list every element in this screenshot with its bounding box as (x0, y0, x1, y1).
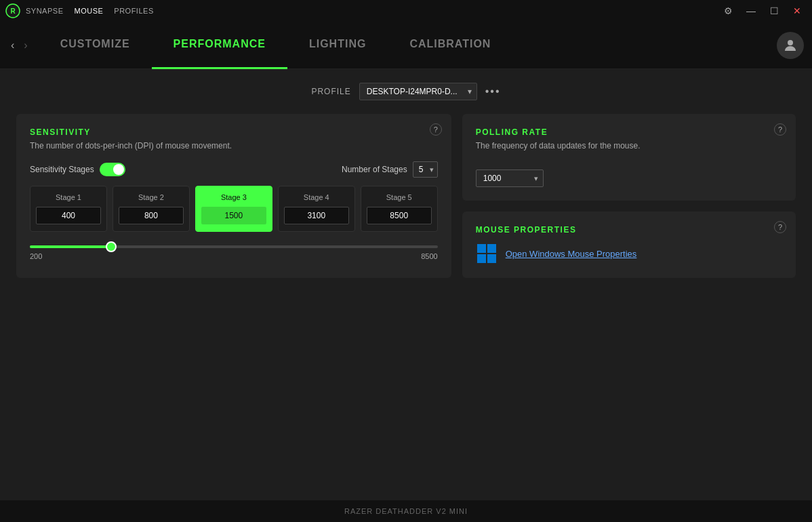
nav-tabs: CUSTOMIZE PERFORMANCE LIGHTING CALIBRATI… (39, 22, 777, 69)
tab-calibration[interactable]: CALIBRATION (388, 22, 512, 69)
footer-text: RAZER DEATHADDER V2 MINI (344, 507, 468, 515)
svg-rect-5 (487, 244, 496, 253)
stage-box-1[interactable]: Stage 1 (30, 186, 107, 232)
mouse-properties-card: ? MOUSE PROPERTIES Open Windows Mouse Pr… (462, 212, 796, 278)
maximize-button[interactable]: ☐ (765, 3, 784, 18)
polling-rate-title: POLLING RATE (476, 127, 782, 137)
title-bar: R SYNAPSE MOUSE PROFILES ⚙ — ☐ ✕ (0, 0, 812, 22)
svg-text:R: R (10, 7, 16, 15)
stage-box-5[interactable]: Stage 5 (361, 186, 438, 232)
stages-count-group: Number of Stages 5 1234 (342, 161, 438, 178)
stage-2-label: Stage 2 (119, 193, 184, 201)
windows-logo-icon (476, 243, 498, 264)
svg-rect-7 (487, 254, 496, 263)
tab-performance[interactable]: PERFORMANCE (152, 22, 287, 69)
svg-rect-4 (477, 244, 486, 253)
polling-rate-subtitle: The frequency of data updates for the mo… (476, 141, 782, 150)
stages-header: Sensitivity Stages Number of Stages 5 12… (30, 161, 438, 178)
razer-logo-icon: R (5, 3, 20, 18)
sensitivity-toggle[interactable] (100, 163, 125, 176)
main-content: PROFILE DESKTOP-I24MPR0-D... ••• ? SENSI… (0, 69, 812, 500)
stage-5-label: Stage 5 (367, 193, 432, 201)
mouse-props-link[interactable]: Open Windows Mouse Properties (476, 243, 782, 264)
profile-more-button[interactable]: ••• (485, 85, 501, 98)
nav-arrows: ‹ › (8, 37, 31, 54)
stage-box-2[interactable]: Stage 2 (113, 186, 190, 232)
settings-button[interactable]: ⚙ (718, 3, 737, 18)
polling-rate-help-button[interactable]: ? (774, 123, 786, 136)
minimize-button[interactable]: — (742, 3, 760, 18)
title-tab-synapse[interactable]: SYNAPSE (26, 7, 63, 15)
title-bar-controls: ⚙ — ☐ ✕ (718, 3, 807, 18)
sensitivity-subtitle: The number of dots-per-inch (DPI) of mou… (30, 141, 438, 150)
stage-4-label: Stage 4 (284, 193, 349, 201)
stage-1-input[interactable] (36, 207, 101, 224)
profile-select[interactable]: DESKTOP-I24MPR0-D... (359, 83, 477, 100)
stage-box-4[interactable]: Stage 4 (278, 186, 355, 232)
profile-label: PROFILE (311, 87, 350, 96)
svg-point-3 (788, 40, 793, 45)
stage-2-input[interactable] (119, 207, 184, 224)
slider-wrap: 200 8500 (30, 243, 438, 263)
stage-3-input[interactable] (201, 207, 266, 224)
tab-customize[interactable]: CUSTOMIZE (39, 22, 152, 69)
title-tab-mouse[interactable]: MOUSE (74, 7, 103, 15)
tab-lighting[interactable]: LIGHTING (287, 22, 388, 69)
profile-row: PROFILE DESKTOP-I24MPR0-D... ••• (16, 83, 796, 100)
polling-rate-card: ? POLLING RATE The frequency of data upd… (462, 114, 796, 201)
cards-row: ? SENSITIVITY The number of dots-per-inc… (16, 114, 796, 278)
profile-select-wrap: DESKTOP-I24MPR0-D... (359, 83, 477, 100)
polling-rate-select[interactable]: 1000 500 250 125 (476, 169, 544, 187)
stage-3-label: Stage 3 (201, 193, 266, 201)
svg-rect-6 (477, 254, 486, 263)
stage-5-input[interactable] (367, 207, 432, 224)
right-cards: ? POLLING RATE The frequency of data upd… (462, 114, 796, 278)
title-tab-profiles[interactable]: PROFILES (114, 7, 153, 15)
title-bar-nav: SYNAPSE MOUSE PROFILES (26, 7, 154, 15)
stages-row: Stage 1 Stage 2 Stage 3 Stage 4 Stage 5 (30, 186, 438, 232)
stages-count-label: Number of Stages (342, 165, 407, 174)
sensitivity-title: SENSITIVITY (30, 127, 438, 137)
stages-count-select[interactable]: 5 1234 (413, 161, 438, 178)
nav-bar: ‹ › CUSTOMIZE PERFORMANCE LIGHTING CALIB… (0, 22, 812, 69)
stage-1-label: Stage 1 (36, 193, 101, 201)
nav-back-button[interactable]: ‹ (8, 37, 17, 54)
sensitivity-help-button[interactable]: ? (430, 123, 442, 136)
footer: RAZER DEATHADDER V2 MINI (0, 500, 812, 522)
toggle-group: Sensitivity Stages (30, 163, 125, 176)
user-icon (782, 37, 798, 54)
stages-count-select-wrap: 5 1234 (413, 161, 438, 178)
toggle-label: Sensitivity Stages (30, 165, 94, 174)
stage-box-3[interactable]: Stage 3 (195, 186, 272, 232)
mouse-props-text: Open Windows Mouse Properties (506, 249, 637, 259)
mouse-props-title: MOUSE PROPERTIES (476, 225, 782, 235)
sensitivity-card: ? SENSITIVITY The number of dots-per-inc… (16, 114, 451, 278)
nav-forward-button[interactable]: › (21, 37, 30, 54)
polling-select-wrap: 1000 500 250 125 (476, 169, 544, 187)
mouse-props-help-button[interactable]: ? (774, 221, 786, 233)
user-avatar[interactable] (777, 32, 804, 59)
close-button[interactable]: ✕ (788, 3, 807, 18)
title-bar-left: R SYNAPSE MOUSE PROFILES (5, 3, 154, 18)
stage-4-input[interactable] (284, 207, 349, 224)
